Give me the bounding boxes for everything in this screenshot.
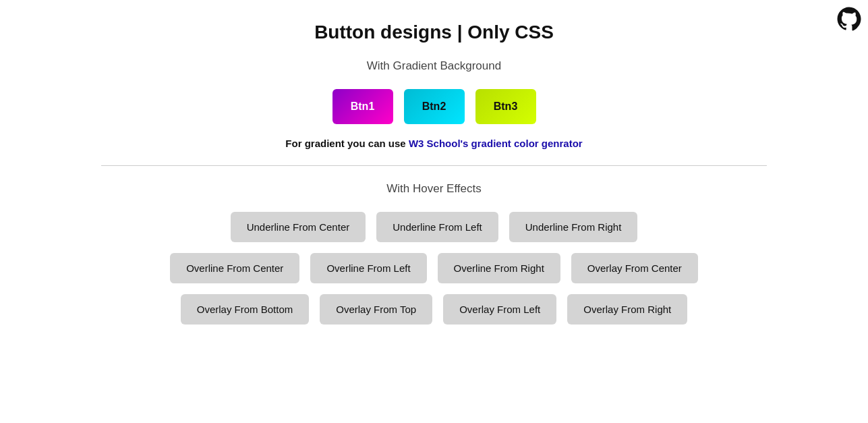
section-divider	[101, 165, 767, 166]
underline-from-right-btn[interactable]: Underline From Right	[509, 212, 638, 242]
github-icon[interactable]	[836, 5, 863, 32]
hover-row-2: Overline From Center Overline From Left …	[170, 253, 698, 283]
hover-section-label: With Hover Effects	[386, 182, 481, 196]
gradient-btn1[interactable]: Btn1	[332, 89, 393, 124]
overlay-from-center-btn[interactable]: Overlay From Center	[571, 253, 698, 283]
gradient-section: With Gradient Background Btn1 Btn2 Btn3 …	[0, 59, 868, 149]
overline-from-right-btn[interactable]: Overline From Right	[438, 253, 560, 283]
gradient-note-link[interactable]: W3 School's gradient color genrator	[409, 138, 583, 149]
overlay-from-bottom-btn[interactable]: Overlay From Bottom	[181, 294, 310, 325]
gradient-note: For gradient you can use W3 School's gra…	[285, 138, 582, 149]
gradient-btn3[interactable]: Btn3	[475, 89, 536, 124]
underline-from-left-btn[interactable]: Underline From Left	[376, 212, 498, 242]
hover-section: With Hover Effects Underline From Center…	[0, 182, 868, 335]
overline-from-center-btn[interactable]: Overline From Center	[170, 253, 299, 283]
gradient-buttons: Btn1 Btn2 Btn3	[332, 89, 536, 124]
overlay-from-left-btn[interactable]: Overlay From Left	[443, 294, 556, 325]
overlay-from-right-btn[interactable]: Overlay From Right	[567, 294, 687, 325]
underline-from-center-btn[interactable]: Underline From Center	[231, 212, 366, 242]
gradient-note-prefix: For gradient you can use	[285, 138, 409, 149]
hover-row-1: Underline From Center Underline From Lef…	[231, 212, 638, 242]
gradient-section-label: With Gradient Background	[367, 59, 501, 73]
gradient-btn2[interactable]: Btn2	[404, 89, 465, 124]
overline-from-left-btn[interactable]: Overline From Left	[310, 253, 426, 283]
overlay-from-top-btn[interactable]: Overlay From Top	[320, 294, 432, 325]
hover-row-3: Overlay From Bottom Overlay From Top Ove…	[181, 294, 688, 325]
page-title: Button designs | Only CSS	[0, 0, 868, 59]
